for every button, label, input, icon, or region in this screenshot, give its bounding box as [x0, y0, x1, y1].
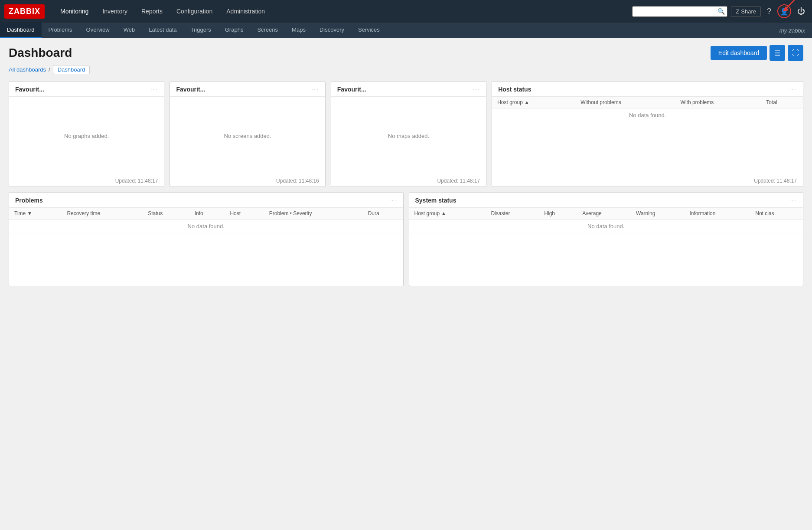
system-status-col-warning[interactable]: Warning: [631, 208, 684, 219]
fav-maps-widget: Favourit... ··· No maps added. Updated: …: [331, 81, 486, 187]
fav-screens-header: Favourit... ···: [170, 82, 325, 97]
host-status-footer: Updated: 11:48:17: [492, 175, 803, 186]
problems-col-recovery[interactable]: Recovery time: [62, 208, 143, 219]
subnav-web[interactable]: Web: [117, 23, 142, 38]
share-icon: Z: [736, 8, 739, 15]
search-wrap: 🔍: [632, 6, 727, 17]
page-header: Dashboard Edit dashboard ☰ ⛶: [9, 45, 803, 61]
help-button[interactable]: ?: [764, 5, 774, 18]
problems-no-data: No data found.: [9, 219, 403, 233]
problems-col-time[interactable]: Time ▼: [9, 208, 62, 219]
system-status-widget: System status ··· Host group ▲ Disaster …: [409, 192, 804, 286]
top-nav: ZABBIX Monitoring Inventory Reports Conf…: [0, 0, 812, 23]
fav-maps-header: Favourit... ···: [331, 82, 486, 97]
fav-maps-title: Favourit...: [337, 86, 366, 93]
fav-maps-menu[interactable]: ···: [473, 86, 480, 93]
system-status-no-data: No data found.: [409, 219, 803, 233]
share-label: Share: [741, 8, 756, 15]
power-button[interactable]: ⏻: [795, 5, 808, 18]
page-header-right: Edit dashboard ☰ ⛶: [711, 45, 803, 61]
host-status-col-without[interactable]: Without problems: [575, 97, 675, 108]
subnav-overview[interactable]: Overview: [79, 23, 117, 38]
top-nav-links: Monitoring Inventory Reports Configurati…: [53, 0, 632, 23]
search-input[interactable]: [632, 6, 727, 17]
problems-widget: Problems ··· Time ▼ Recovery time Status…: [9, 192, 404, 286]
problems-body: Time ▼ Recovery time Status Info Host Pr…: [9, 208, 403, 286]
fav-screens-footer: Updated: 11:48:16: [170, 175, 325, 186]
subnav-services[interactable]: Services: [351, 23, 387, 38]
fav-maps-body: No maps added.: [331, 97, 486, 175]
main-content: Dashboard Edit dashboard ☰ ⛶ All dashboa…: [0, 38, 812, 530]
fav-graphs-no-data: No graphs added.: [64, 133, 109, 139]
breadcrumb-all-dashboards[interactable]: All dashboards: [9, 66, 46, 73]
system-status-col-notclass[interactable]: Not clas: [750, 208, 803, 219]
fav-screens-menu[interactable]: ···: [311, 86, 319, 93]
fav-graphs-header: Favourit... ···: [9, 82, 164, 97]
top-nav-right: 🔍 Z Share ? 👤 ⏻: [632, 4, 808, 18]
user-icon: 👤: [780, 7, 789, 16]
system-status-body: Host group ▲ Disaster High Average Warni…: [409, 208, 803, 286]
subnav-dashboard[interactable]: Dashboard: [0, 23, 42, 38]
sub-nav-user: my-zabbix: [773, 27, 812, 34]
host-status-col-group[interactable]: Host group ▲: [492, 97, 575, 108]
host-status-no-data-row: No data found.: [492, 108, 803, 122]
fav-maps-footer: Updated: 11:48:17: [331, 175, 486, 186]
breadcrumb-current: Dashboard: [53, 65, 90, 74]
system-status-title: System status: [415, 197, 457, 204]
host-status-body: Host group ▲ Without problems With probl…: [492, 97, 803, 175]
nav-reports[interactable]: Reports: [134, 0, 170, 23]
share-button[interactable]: Z Share: [731, 6, 761, 17]
problems-menu[interactable]: ···: [389, 197, 397, 204]
system-status-col-high[interactable]: High: [539, 208, 577, 219]
fav-graphs-footer: Updated: 11:48:17: [9, 175, 164, 186]
problems-col-host[interactable]: Host: [225, 208, 264, 219]
subnav-graphs[interactable]: Graphs: [218, 23, 251, 38]
problems-header: Problems ···: [9, 193, 403, 208]
system-status-col-group[interactable]: Host group ▲: [409, 208, 486, 219]
list-icon: ☰: [774, 49, 780, 57]
problems-col-problem[interactable]: Problem • Severity: [264, 208, 363, 219]
user-button[interactable]: 👤: [777, 4, 791, 18]
fav-graphs-body: No graphs added.: [9, 97, 164, 175]
problems-col-info[interactable]: Info: [189, 208, 225, 219]
search-icon-button[interactable]: 🔍: [717, 8, 725, 15]
subnav-screens[interactable]: Screens: [250, 23, 285, 38]
system-status-header: System status ···: [409, 193, 803, 208]
fav-screens-title: Favourit...: [176, 86, 205, 93]
system-status-col-information[interactable]: Information: [684, 208, 750, 219]
host-status-header: Host status ···: [492, 82, 803, 97]
fav-screens-widget: Favourit... ··· No screens added. Update…: [170, 81, 325, 187]
problems-table: Time ▼ Recovery time Status Info Host Pr…: [9, 208, 403, 233]
host-status-no-data: No data found.: [492, 108, 803, 122]
problems-col-status[interactable]: Status: [143, 208, 189, 219]
fav-graphs-menu[interactable]: ···: [150, 86, 158, 93]
host-status-menu[interactable]: ···: [789, 86, 797, 93]
problems-col-duration[interactable]: Dura: [363, 208, 403, 219]
system-status-col-average[interactable]: Average: [577, 208, 631, 219]
nav-configuration[interactable]: Configuration: [170, 0, 219, 23]
nav-inventory[interactable]: Inventory: [95, 0, 134, 23]
subnav-problems[interactable]: Problems: [42, 23, 79, 38]
edit-dashboard-button[interactable]: Edit dashboard: [711, 46, 767, 60]
user-btn-wrap: 👤: [777, 4, 791, 18]
host-status-col-with[interactable]: With problems: [675, 97, 761, 108]
nav-monitoring[interactable]: Monitoring: [53, 0, 95, 23]
subnav-latest-data[interactable]: Latest data: [142, 23, 183, 38]
system-status-col-disaster[interactable]: Disaster: [486, 208, 539, 219]
fullscreen-icon-button[interactable]: ⛶: [788, 45, 803, 61]
host-status-widget: Host status ··· Host group ▲ Without pro…: [492, 81, 803, 187]
list-icon-button[interactable]: ☰: [770, 45, 785, 61]
subnav-triggers[interactable]: Triggers: [184, 23, 218, 38]
fav-screens-body: No screens added.: [170, 97, 325, 175]
problems-no-data-row: No data found.: [9, 219, 403, 233]
host-status-col-total[interactable]: Total: [761, 97, 803, 108]
nav-administration[interactable]: Administration: [219, 0, 272, 23]
subnav-discovery[interactable]: Discovery: [313, 23, 351, 38]
logo[interactable]: ZABBIX: [4, 4, 45, 19]
sub-nav: Dashboard Problems Overview Web Latest d…: [0, 23, 812, 38]
system-status-menu[interactable]: ···: [789, 197, 797, 204]
fav-screens-no-data: No screens added.: [224, 133, 271, 139]
system-status-table: Host group ▲ Disaster High Average Warni…: [409, 208, 803, 233]
subnav-maps[interactable]: Maps: [285, 23, 313, 38]
fav-maps-no-data: No maps added.: [388, 133, 429, 139]
